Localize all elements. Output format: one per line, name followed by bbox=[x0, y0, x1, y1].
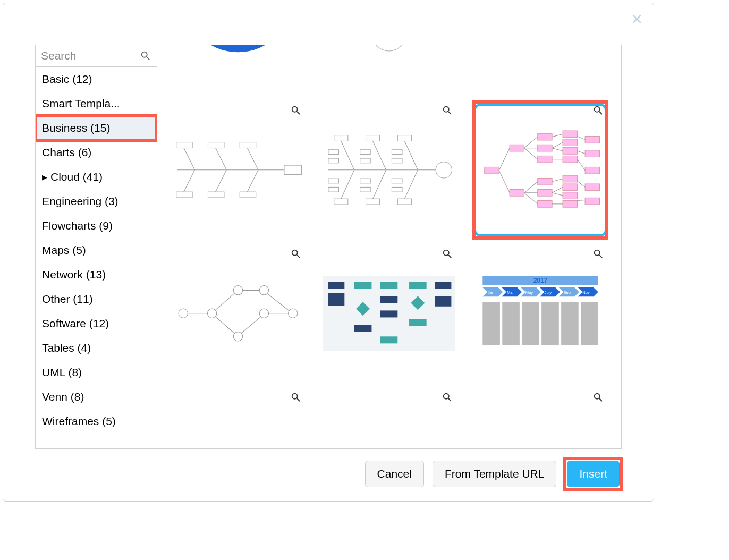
zoom-icon[interactable] bbox=[290, 248, 302, 260]
template-tile[interactable] bbox=[319, 385, 459, 417]
search-input[interactable] bbox=[36, 45, 157, 66]
svg-line-36 bbox=[373, 170, 386, 199]
category-item[interactable]: Network (13) bbox=[36, 262, 157, 287]
svg-rect-131 bbox=[502, 302, 520, 345]
svg-line-90 bbox=[577, 151, 585, 154]
svg-rect-69 bbox=[585, 150, 599, 157]
insert-button[interactable]: Insert bbox=[567, 461, 620, 487]
category-item[interactable]: Maps (5) bbox=[36, 238, 157, 262]
cancel-button[interactable]: Cancel bbox=[365, 461, 424, 487]
svg-rect-18 bbox=[208, 142, 224, 148]
template-thumb: Stage 6 Stage 5 Stage 4 bbox=[323, 45, 455, 98]
svg-line-105 bbox=[242, 317, 261, 333]
svg-rect-63 bbox=[563, 156, 577, 163]
timeline-month: Jan bbox=[488, 290, 494, 295]
svg-rect-134 bbox=[561, 302, 579, 345]
category-item[interactable]: ▶Cloud (41) bbox=[36, 165, 157, 189]
category-item[interactable]: UML (8) bbox=[36, 360, 157, 385]
template-tile[interactable]: Stage 6 Stage 5 Stage 4 bbox=[319, 45, 459, 98]
category-item[interactable]: Tables (4) bbox=[36, 336, 157, 360]
zoom-icon[interactable] bbox=[592, 105, 604, 116]
svg-rect-42 bbox=[360, 158, 371, 163]
svg-line-80 bbox=[524, 193, 537, 204]
zoom-icon[interactable] bbox=[290, 392, 302, 403]
svg-rect-70 bbox=[585, 167, 599, 174]
svg-line-74 bbox=[499, 171, 510, 193]
template-tile[interactable]: 2017 Jan Mar May bbox=[470, 242, 611, 385]
timeline-month: Sep bbox=[563, 290, 571, 295]
expand-icon[interactable]: ▶ bbox=[42, 173, 47, 181]
category-item[interactable]: Basic (12) bbox=[36, 67, 157, 91]
svg-rect-71 bbox=[585, 184, 599, 191]
svg-line-89 bbox=[577, 137, 585, 140]
svg-point-1 bbox=[373, 45, 405, 51]
template-gallery[interactable]: Community Technology Certificates Infras… bbox=[157, 45, 621, 448]
sidebar: Basic (12) Smart Templa... Business (15)… bbox=[36, 45, 157, 448]
dialog-footer: Cancel From Template URL Insert bbox=[3, 449, 654, 501]
category-item[interactable]: Smart Templa... bbox=[36, 91, 157, 116]
svg-rect-53 bbox=[510, 190, 524, 197]
category-item[interactable]: Other (11) bbox=[36, 287, 157, 311]
svg-rect-52 bbox=[510, 145, 524, 152]
category-item[interactable]: Flowcharts (9) bbox=[36, 214, 157, 238]
svg-line-75 bbox=[524, 137, 537, 148]
svg-rect-117 bbox=[380, 336, 398, 343]
category-label: Network (13) bbox=[42, 268, 106, 281]
category-item[interactable]: Charts (6) bbox=[36, 140, 157, 165]
category-label: Maps (5) bbox=[42, 244, 86, 257]
svg-rect-56 bbox=[538, 156, 552, 163]
timeline-year: 2017 bbox=[533, 277, 548, 284]
svg-line-38 bbox=[405, 170, 418, 199]
svg-rect-114 bbox=[380, 282, 398, 289]
svg-line-87 bbox=[552, 193, 563, 196]
template-tile[interactable] bbox=[319, 98, 459, 242]
svg-rect-33 bbox=[334, 199, 348, 205]
category-item-business[interactable]: Business (15) bbox=[36, 116, 157, 140]
template-tile[interactable] bbox=[470, 45, 611, 98]
svg-rect-66 bbox=[563, 192, 577, 199]
svg-rect-130 bbox=[482, 302, 500, 345]
template-tile[interactable] bbox=[168, 98, 308, 242]
zoom-icon[interactable] bbox=[592, 248, 604, 260]
svg-rect-54 bbox=[538, 134, 552, 141]
svg-line-21 bbox=[247, 147, 258, 170]
svg-line-92 bbox=[577, 181, 585, 188]
category-item[interactable]: Software (12) bbox=[36, 311, 157, 336]
zoom-icon[interactable] bbox=[442, 248, 453, 260]
zoom-icon[interactable] bbox=[442, 105, 453, 116]
zoom-icon[interactable] bbox=[290, 105, 302, 116]
template-thumb: 2017 Jan Mar May bbox=[474, 247, 607, 380]
category-item[interactable]: Engineering (3) bbox=[36, 189, 157, 214]
svg-rect-65 bbox=[563, 184, 577, 191]
svg-rect-62 bbox=[563, 148, 577, 155]
svg-rect-68 bbox=[585, 137, 599, 143]
svg-rect-50 bbox=[392, 188, 403, 192]
category-label: Venn (8) bbox=[42, 391, 84, 403]
category-label: Software (12) bbox=[42, 317, 109, 330]
template-tile[interactable]: Community Technology Certificates Infras… bbox=[168, 45, 308, 98]
template-tile[interactable]: 1 2 bbox=[168, 385, 308, 417]
zoom-icon[interactable] bbox=[442, 392, 453, 403]
from-template-url-button[interactable]: From Template URL bbox=[433, 461, 557, 487]
template-tile[interactable] bbox=[168, 242, 308, 385]
template-tile-selected[interactable] bbox=[470, 98, 611, 242]
svg-rect-37 bbox=[398, 199, 412, 205]
svg-line-91 bbox=[577, 159, 585, 171]
svg-rect-135 bbox=[581, 302, 598, 345]
category-item[interactable]: Wireframes (5) bbox=[36, 409, 157, 434]
template-thumb: Community Technology Certificates Infras… bbox=[172, 45, 304, 98]
svg-rect-45 bbox=[328, 179, 339, 183]
template-thumb bbox=[323, 385, 455, 417]
svg-point-97 bbox=[233, 332, 242, 341]
category-label: Engineering (3) bbox=[42, 195, 118, 208]
category-list[interactable]: Basic (12) Smart Templa... Business (15)… bbox=[36, 67, 157, 448]
svg-line-106 bbox=[268, 294, 290, 311]
close-icon[interactable]: ✕ bbox=[631, 11, 643, 28]
svg-line-103 bbox=[216, 317, 234, 333]
search-icon[interactable] bbox=[140, 50, 151, 62]
category-item[interactable]: Venn (8) bbox=[36, 385, 157, 409]
zoom-icon[interactable] bbox=[592, 392, 604, 403]
svg-line-83 bbox=[552, 148, 563, 151]
template-tile[interactable]: Heading bbox=[470, 385, 611, 417]
template-tile[interactable] bbox=[319, 242, 459, 385]
